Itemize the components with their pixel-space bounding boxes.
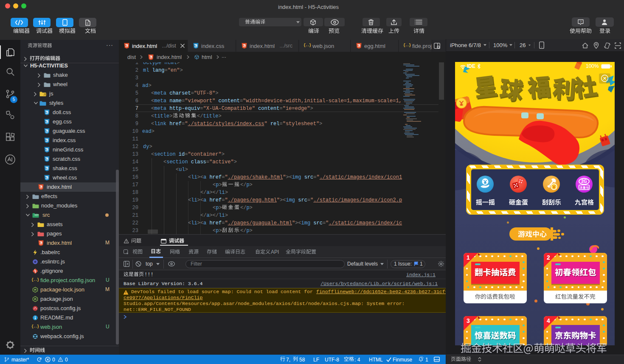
svg-text:2G: 2G bbox=[581, 179, 587, 184]
svg-text:?: ? bbox=[580, 20, 582, 24]
